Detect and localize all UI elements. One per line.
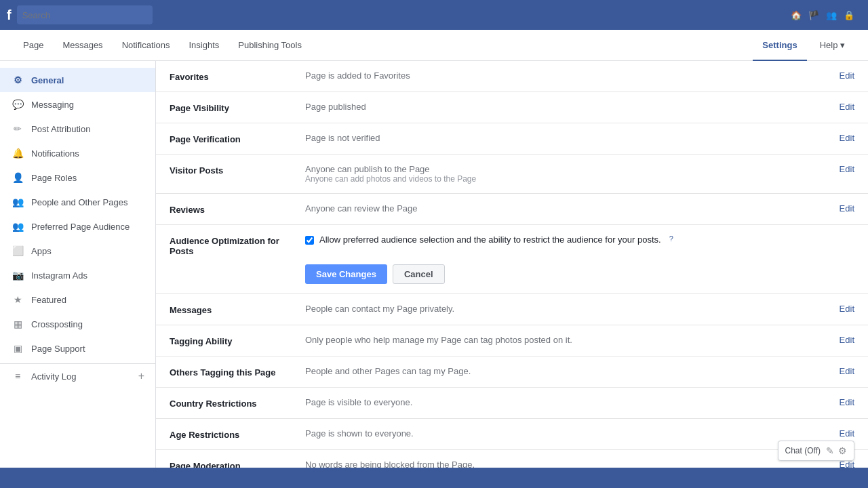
- nav-notifications[interactable]: Notifications: [113, 30, 180, 61]
- settings-row-audience-optimization: Audience Optimization for Posts Allow pr…: [156, 225, 868, 294]
- others-tagging-label: Others Tagging this Page: [170, 366, 305, 378]
- facebook-logo: f: [7, 7, 12, 23]
- sidebar-item-messaging[interactable]: 💬 Messaging: [0, 92, 155, 117]
- messages-label: Messages: [170, 304, 305, 315]
- age-value: Page is shown to everyone.: [305, 428, 840, 439]
- nav-help[interactable]: Help ▾: [810, 30, 854, 61]
- visibility-edit[interactable]: Edit: [840, 102, 854, 112]
- verification-edit[interactable]: Edit: [840, 133, 854, 143]
- visitor-posts-label: Visitor Posts: [170, 164, 305, 176]
- sidebar-label-activity-log: Activity Log: [31, 371, 76, 382]
- sidebar: ⚙ General 💬 Messaging ✏ Post Attribution…: [0, 61, 156, 488]
- reviews-label: Reviews: [170, 203, 305, 215]
- sidebar-item-page-support[interactable]: ▣ Page Support: [0, 336, 155, 361]
- settings-row-visibility: Page Visibility Page published Edit: [156, 92, 868, 123]
- audience-icon: 👥: [11, 220, 24, 233]
- instagram-icon: 📷: [11, 268, 24, 282]
- settings-row-country: Country Restrictions Page is visible to …: [156, 388, 868, 419]
- bell-icon: 🔔: [11, 146, 24, 160]
- settings-row-others-tagging: Others Tagging this Page People and othe…: [156, 357, 868, 388]
- reviews-edit[interactable]: Edit: [840, 203, 854, 214]
- facebook-search[interactable]: [17, 5, 153, 24]
- sidebar-item-notifications[interactable]: 🔔 Notifications: [0, 141, 155, 165]
- sidebar-label-people-pages: People and Other Pages: [31, 197, 127, 207]
- settings-row-visitor-posts: Visitor Posts Anyone can publish to the …: [156, 155, 868, 194]
- chat-icons: ✎ ⚙: [826, 445, 847, 456]
- country-edit[interactable]: Edit: [840, 397, 854, 407]
- reviews-value: Anyone can review the Page: [305, 203, 840, 214]
- sidebar-label-general: General: [31, 75, 64, 85]
- age-edit[interactable]: Edit: [840, 428, 854, 439]
- visibility-label: Page Visibility: [170, 102, 305, 113]
- age-label: Age Restrictions: [170, 428, 305, 440]
- settings-row-messages: Messages People can contact my Page priv…: [156, 294, 868, 325]
- sidebar-item-preferred-audience[interactable]: 👥 Preferred Page Audience: [0, 214, 155, 239]
- sidebar-item-page-roles[interactable]: 👤 Page Roles: [0, 165, 155, 190]
- messages-edit[interactable]: Edit: [840, 304, 854, 314]
- nav-page[interactable]: Page: [14, 30, 53, 61]
- sidebar-item-crossposting[interactable]: ▦ Crossposting: [0, 312, 155, 336]
- sidebar-item-people-pages[interactable]: 👥 People and Other Pages: [0, 190, 155, 214]
- sidebar-label-apps: Apps: [31, 246, 52, 256]
- others-tagging-edit[interactable]: Edit: [840, 366, 854, 376]
- nav-publishing-tools[interactable]: Publishing Tools: [229, 30, 311, 61]
- audience-optimization-text: Allow preferred audience selection and t…: [319, 235, 661, 245]
- cancel-button[interactable]: Cancel: [393, 264, 445, 284]
- sidebar-label-post-attribution: Post Attribution: [31, 124, 90, 134]
- chat-edit-icon[interactable]: ✎: [826, 445, 834, 456]
- tagging-edit[interactable]: Edit: [840, 335, 854, 345]
- sidebar-item-apps[interactable]: ⬜ Apps: [0, 239, 155, 263]
- topbar-friends-icon[interactable]: 👥: [826, 10, 837, 20]
- favorites-value: Page is added to Favorites: [305, 70, 840, 81]
- verification-label: Page Verification: [170, 133, 305, 144]
- star-icon: ★: [11, 293, 24, 306]
- favorites-edit[interactable]: Edit: [840, 70, 854, 81]
- visitor-posts-value: Anyone can publish to the Page Anyone ca…: [305, 164, 840, 184]
- visitor-posts-value2: Anyone can add photos and videos to the …: [305, 174, 833, 184]
- sidebar-item-general[interactable]: ⚙ General: [0, 68, 155, 92]
- sidebar-item-featured[interactable]: ★ Featured: [0, 287, 155, 312]
- sidebar-item-instagram[interactable]: 📷 Instagram Ads: [0, 263, 155, 287]
- people-icon: 👥: [11, 195, 24, 209]
- settings-table: Favorites Page is added to Favorites Edi…: [156, 61, 868, 488]
- chat-widget[interactable]: Chat (Off) ✎ ⚙: [778, 441, 854, 461]
- visitor-posts-edit[interactable]: Edit: [840, 164, 854, 174]
- sidebar-label-page-roles: Page Roles: [31, 173, 77, 183]
- nav-insights[interactable]: Insights: [179, 30, 229, 61]
- sidebar-item-activity-log[interactable]: ≡ Activity Log +: [0, 363, 155, 388]
- facebook-topbar: f 🏠 🏴 👥 🔒: [0, 0, 868, 30]
- sidebar-label-preferred-audience: Preferred Page Audience: [31, 222, 130, 232]
- chat-label: Chat (Off): [785, 446, 821, 455]
- verification-value: Page is not verified: [305, 133, 840, 143]
- settings-row-reviews: Reviews Anyone can review the Page Edit: [156, 194, 868, 225]
- topbar-lock-icon[interactable]: 🔒: [844, 10, 854, 20]
- settings-row-favorites: Favorites Page is added to Favorites Edi…: [156, 61, 868, 92]
- tagging-value: Only people who help manage my Page can …: [305, 335, 840, 345]
- audience-optimization-checkbox[interactable]: [305, 236, 314, 245]
- main-layout: ⚙ General 💬 Messaging ✏ Post Attribution…: [0, 61, 868, 488]
- sidebar-item-post-attribution[interactable]: ✏ Post Attribution: [0, 117, 155, 141]
- topbar-flag-icon[interactable]: 🏴: [808, 10, 819, 20]
- person-icon: 👤: [11, 171, 24, 184]
- country-value: Page is visible to everyone.: [305, 397, 840, 407]
- apps-icon: ⬜: [11, 244, 24, 258]
- bottom-bar: [0, 468, 868, 488]
- chat-settings-icon[interactable]: ⚙: [838, 445, 847, 456]
- nav-settings[interactable]: Settings: [753, 30, 806, 61]
- sidebar-label-page-support: Page Support: [31, 344, 85, 354]
- messages-value: People can contact my Page privately.: [305, 304, 840, 314]
- nav-messages[interactable]: Messages: [53, 30, 112, 61]
- settings-row-tagging: Tagging Ability Only people who help man…: [156, 325, 868, 357]
- topbar-home-icon[interactable]: 🏠: [791, 10, 802, 20]
- audience-optimization-label: Audience Optimization for Posts: [170, 235, 305, 256]
- tagging-label: Tagging Ability: [170, 335, 305, 346]
- audience-help-link[interactable]: ?: [669, 235, 673, 243]
- list-icon: ≡: [11, 369, 24, 383]
- country-label: Country Restrictions: [170, 397, 305, 409]
- settings-row-age: Age Restrictions Page is shown to everyo…: [156, 419, 868, 450]
- sidebar-label-messaging: Messaging: [31, 100, 74, 110]
- crosspost-icon: ▦: [11, 317, 24, 331]
- settings-row-verification: Page Verification Page is not verified E…: [156, 123, 868, 155]
- visibility-value: Page published: [305, 102, 840, 112]
- save-changes-button[interactable]: Save Changes: [305, 264, 387, 284]
